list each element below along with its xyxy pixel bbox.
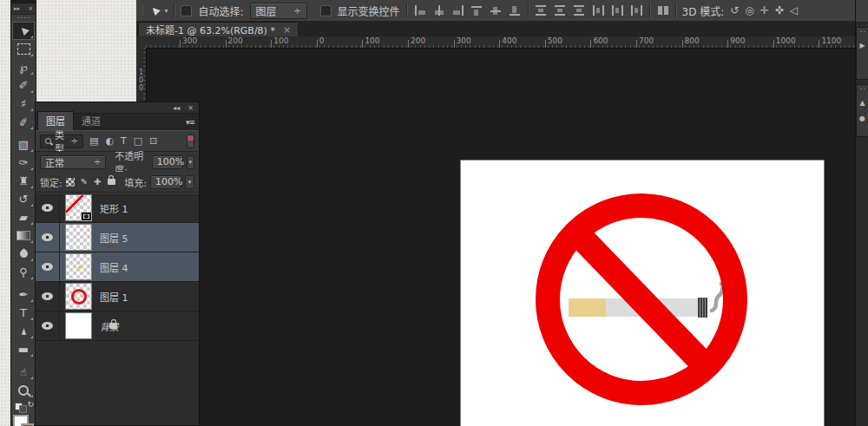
tool-path-select[interactable]: ►: [12, 322, 35, 340]
auto-align-layers-icon[interactable]: [656, 4, 669, 16]
dist-vcenter-icon[interactable]: [554, 4, 567, 16]
panel-close-icon[interactable]: ×: [187, 104, 194, 112]
tools-close-icon[interactable]: ×: [28, 5, 33, 12]
tool-lasso[interactable]: ℘: [12, 58, 35, 76]
opacity-input[interactable]: 100%: [152, 155, 183, 169]
visibility-cell[interactable]: [36, 252, 60, 281]
3d-roll-icon[interactable]: ◎: [745, 4, 753, 16]
options-bar-grip[interactable]: [141, 3, 145, 17]
align-right-icon[interactable]: [451, 4, 464, 16]
dock-panel-segment[interactable]: ▶: [856, 27, 868, 80]
3d-drag-icon[interactable]: ✛: [760, 4, 769, 16]
layer-thumbnail[interactable]: [65, 283, 92, 310]
tool-hand[interactable]: ☝: [12, 363, 35, 381]
tab-channels[interactable]: 通道: [74, 112, 108, 130]
tool-clone-stamp[interactable]: ♜: [12, 172, 35, 190]
align-hcenter-icon[interactable]: [432, 4, 445, 16]
tool-history-brush[interactable]: ↺: [12, 190, 35, 208]
tool-dodge[interactable]: ⚲: [12, 263, 35, 281]
blend-mode-dropdown[interactable]: 正常 ÷: [40, 155, 106, 169]
document-canvas[interactable]: [461, 161, 824, 426]
tools-panel-header[interactable]: ▸▸ ×: [11, 3, 36, 15]
dock-panel-segment[interactable]: ▲●: [856, 84, 868, 137]
dist-left-icon[interactable]: [592, 4, 605, 16]
filter-smart-objects[interactable]: ⊡: [149, 135, 157, 147]
lock-transparency-icon[interactable]: [66, 178, 75, 187]
tool-move[interactable]: ▶: [12, 22, 35, 40]
visibility-cell[interactable]: [36, 282, 60, 311]
tool-gradient[interactable]: [12, 226, 35, 245]
eye-icon[interactable]: [42, 233, 53, 241]
filter-type-layers[interactable]: T: [121, 135, 127, 147]
lock-all-icon[interactable]: [108, 179, 115, 185]
tools-collapse-icon[interactable]: ▸▸: [14, 5, 20, 12]
layer-row[interactable]: 图层 1: [36, 282, 199, 311]
align-bottom-icon[interactable]: [509, 4, 522, 16]
align-left-icon[interactable]: [413, 4, 426, 16]
lock-position-icon[interactable]: ✚: [94, 177, 101, 187]
3d-slide-icon[interactable]: ✜: [775, 4, 784, 16]
tab-layers[interactable]: 图层: [37, 111, 74, 130]
eye-icon[interactable]: [42, 292, 53, 300]
document-tab[interactable]: 未标题-1 @ 63.2%(RGB/8) * ×: [138, 22, 299, 36]
dock-panel-icon[interactable]: ▲: [859, 99, 865, 107]
filter-adjustment-layers[interactable]: ◐: [105, 135, 114, 147]
filter-type-dropdown[interactable]: 类型 ÷: [40, 134, 83, 148]
layer-name[interactable]: 图层 1: [100, 290, 128, 304]
tool-blur[interactable]: [12, 245, 35, 263]
dist-right-icon[interactable]: [630, 4, 643, 16]
lock-pixels-icon[interactable]: ✎: [81, 177, 88, 187]
layer-thumbnail[interactable]: [65, 224, 92, 251]
tools-panel-grip[interactable]: [16, 16, 30, 20]
eye-icon[interactable]: [42, 204, 53, 212]
dist-hcenter-icon[interactable]: [611, 4, 624, 16]
tool-rectangle[interactable]: ▬: [12, 340, 35, 358]
tab-close-icon[interactable]: ×: [283, 24, 291, 36]
layer-thumbnail[interactable]: [65, 253, 92, 280]
panel-collapse-icon[interactable]: ◂◂: [173, 104, 180, 112]
auto-select-checkbox[interactable]: [181, 5, 192, 16]
tool-preset-caret-icon[interactable]: ▾: [164, 7, 168, 15]
tool-eyedropper[interactable]: ✎: [12, 113, 35, 131]
filter-toggle-switch[interactable]: [187, 134, 194, 148]
swap-colors-control[interactable]: ↻: [12, 402, 35, 412]
fill-dropdown-icon[interactable]: ▾: [185, 175, 194, 189]
3d-scale-icon[interactable]: ◁: [790, 4, 798, 16]
layer-row[interactable]: 图层 4: [36, 252, 199, 282]
visibility-cell[interactable]: [36, 223, 60, 252]
tool-brush[interactable]: ✑: [12, 154, 35, 172]
tool-healing-brush[interactable]: ▧: [12, 135, 35, 154]
visibility-cell[interactable]: [36, 193, 60, 222]
align-vcenter-icon[interactable]: [490, 4, 503, 16]
tool-quick-select[interactable]: ✐: [12, 76, 35, 95]
eye-icon[interactable]: [42, 263, 53, 271]
filter-pixel-layers[interactable]: ▤: [89, 135, 98, 147]
visibility-cell[interactable]: [36, 311, 60, 340]
layer-row[interactable]: 背景: [36, 311, 199, 341]
dist-top-icon[interactable]: [535, 4, 548, 16]
dist-bottom-icon[interactable]: [573, 4, 586, 16]
align-top-icon[interactable]: [470, 4, 483, 16]
fill-input[interactable]: 100%: [150, 175, 181, 189]
3d-rotate-icon[interactable]: ↺: [730, 4, 739, 16]
layer-name[interactable]: 图层 5: [100, 231, 128, 245]
auto-select-target-dropdown[interactable]: 图层 ÷: [250, 3, 307, 19]
opacity-dropdown-icon[interactable]: ▾: [187, 155, 194, 169]
dock-panel-icon[interactable]: ●: [859, 115, 865, 122]
tool-type[interactable]: T: [12, 304, 35, 322]
tool-crop[interactable]: ♯: [12, 95, 35, 113]
filter-shape-layers[interactable]: □: [134, 135, 142, 147]
layer-thumbnail[interactable]: [65, 194, 92, 221]
layer-name[interactable]: 矩形 1: [100, 201, 128, 215]
tool-eraser[interactable]: ▰: [12, 208, 35, 226]
tool-marquee[interactable]: [12, 40, 35, 58]
tool-zoom[interactable]: [12, 381, 35, 399]
eye-icon[interactable]: [42, 322, 53, 330]
layer-name[interactable]: 图层 4: [100, 260, 128, 274]
layer-row[interactable]: 矩形 1: [36, 193, 199, 223]
layer-row[interactable]: 图层 5: [36, 223, 199, 252]
dock-panel-icon[interactable]: ▶: [859, 42, 865, 49]
layer-thumbnail[interactable]: [65, 312, 92, 339]
tool-pen[interactable]: ✒: [12, 285, 35, 304]
panel-menu-icon[interactable]: ▾≡: [186, 118, 194, 127]
